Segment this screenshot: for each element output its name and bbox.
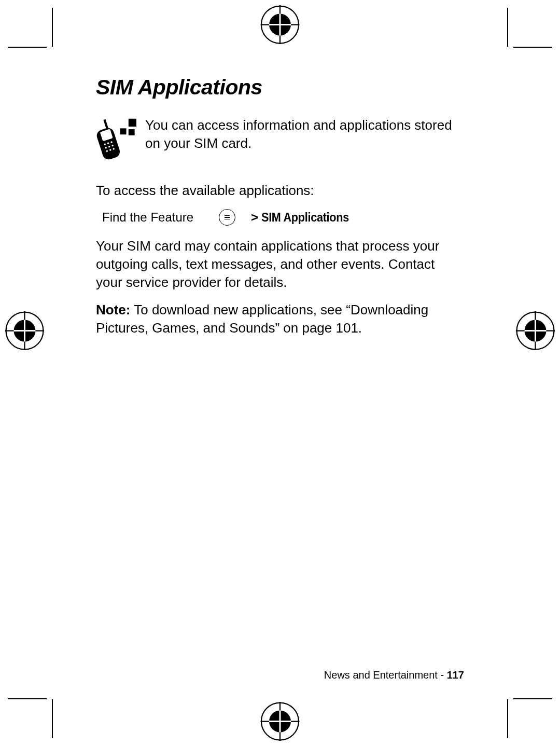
crop-mark [8,47,47,48]
paragraph-sim-apps: Your SIM card may contain applications t… [96,237,464,292]
page-content: SIM Applications Y [96,75,464,681]
note-text: To download new applications, see “Downl… [96,302,428,336]
registration-mark-icon [5,311,44,350]
svg-rect-36 [120,128,127,134]
svg-rect-37 [129,119,136,127]
crop-mark [507,8,508,47]
registration-mark-icon [261,702,300,741]
note-label: Note: [96,302,130,317]
intro-row: You can access information and applicati… [96,115,464,161]
crop-mark [8,698,47,699]
section-heading: SIM Applications [96,75,464,100]
page-footer: News and Entertainment - 117 [324,669,464,681]
to-access-text: To access the available applications: [96,182,464,200]
crop-mark [52,699,53,738]
menu-key-icon [219,209,235,226]
crop-mark [513,698,552,699]
note-paragraph: Note: To download new applications, see … [96,301,464,337]
phone-signal-icon [96,115,145,161]
crop-mark [52,8,53,47]
crop-mark [513,47,552,48]
find-the-feature-row: Find the Feature > SIM Applications [102,209,464,226]
find-the-feature-label: Find the Feature [102,210,219,225]
crop-mark [507,699,508,738]
menu-path: SIM Applications [261,210,349,225]
path-arrow: > [251,210,258,225]
svg-rect-35 [103,119,108,129]
registration-mark-icon [516,311,555,350]
registration-mark-icon [261,5,300,44]
intro-text: You can access information and applicati… [145,115,464,153]
svg-rect-38 [129,129,135,135]
page-number: 117 [447,669,464,681]
footer-section: News and Entertainment - [324,669,447,681]
